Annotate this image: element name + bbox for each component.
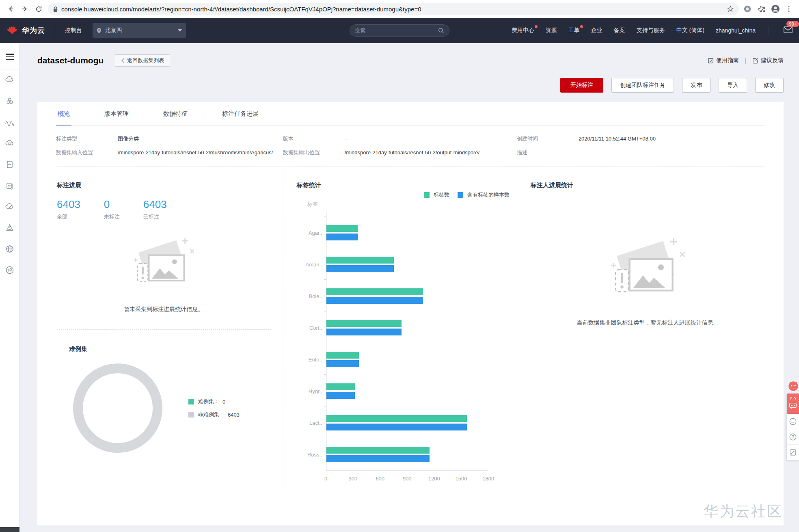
nav-divider [55,26,55,35]
notification-dot [535,25,538,28]
annotator-empty-text: 当前数据集非团队标注类型，暂无标注人进展统计信息。 [531,319,765,327]
brand-name: 华为云 [22,26,45,35]
browser-forward-button[interactable] [18,2,32,16]
publish-button[interactable]: 发布 [682,78,710,93]
console-link[interactable]: 控制台 [65,27,82,34]
nav-item-account[interactable]: zhanghui_china [716,27,756,34]
left-sidebar [0,43,19,532]
import-button[interactable]: 导入 [719,78,747,93]
topnav-right-menu: 费用中心 资源 工单 企业 备案 支持与服务 中文 (简体) zhanghui_… [512,26,793,35]
x-tick-label: 1500 [456,476,467,482]
x-tick-label: 0 [324,476,327,482]
extensions-puzzle-icon[interactable] [757,4,766,13]
assistant-robot-icon[interactable] [788,381,799,392]
nav-item-tickets[interactable]: 工单 [568,27,580,34]
tab-version-management[interactable]: 版本管理 [103,110,130,125]
bar-category-label: Cort.. [296,325,322,331]
tab-overview[interactable]: 概览 [56,110,71,125]
cloud-check-icon[interactable] [5,202,15,212]
huawei-cloud-brand[interactable]: 华为云 [6,25,45,36]
bar [326,392,355,399]
extension-badge-icon[interactable] [743,4,752,13]
sidebar-divider [0,69,19,69]
x-tick-label: 1800 [482,476,494,482]
chat-icon [789,402,797,410]
bar-category-label: Hygr.. [296,388,322,394]
waves-icon[interactable] [5,117,15,127]
dataset-info-grid: 标注类型图像分类 版本-- 创建时间2020/11/11 10:52:44 GM… [56,126,765,167]
cluster-icon[interactable] [5,96,15,106]
bar-category-label: Bole.. [296,293,322,299]
bar-group: Ento.. [326,344,488,375]
messages-badge: 99+ [786,21,799,27]
nav-item-language[interactable]: 中文 (简体) [676,27,704,34]
assistant-secondary-buttons [787,414,799,460]
smiley-icon [789,417,797,426]
help-button[interactable] [787,429,799,445]
main-content: dataset-dumogu 返回数据集列表 使用指南 建议反馈 开始标注 创建… [19,43,799,532]
progress-empty-state: 暂未采集到标注进展统计信息。 [57,235,271,313]
modify-button[interactable]: 修改 [755,78,784,93]
browser-toolbar-right [743,4,795,14]
tab-divider [87,112,87,117]
nav-item-billing[interactable]: 费用中心 [512,27,534,34]
bar-group: Hygr.. [326,375,488,407]
documents-icon[interactable] [5,181,15,190]
region-name: 北京四 [105,27,178,34]
cloud-server-icon[interactable] [5,75,15,85]
page-title: dataset-dumogu [37,56,104,65]
profile-avatar-icon[interactable] [771,4,780,14]
tab-labeling-task-progress[interactable]: 标注任务进展 [220,110,260,125]
bar-group: Bole.. [326,280,488,312]
create-team-labeling-task-button[interactable]: 创建团队标注任务 [611,78,674,93]
ip-icon[interactable] [5,265,15,275]
legend-sample-count: 含有标签的样本数 [458,191,510,199]
search-input[interactable] [355,28,438,34]
hard-examples-donut-chart [73,363,162,453]
back-to-dataset-list-button[interactable]: 返回数据集列表 [115,54,170,67]
legend-hard-examples: 难例集：0 [188,398,240,405]
nav-item-icp[interactable]: 备案 [614,27,625,34]
menu-icon[interactable] [6,52,14,62]
search-icon[interactable] [438,28,444,34]
bar [326,360,359,367]
survey-form-button[interactable] [787,445,799,460]
legend-swatch-gray [188,412,194,417]
start-labeling-button[interactable]: 开始标注 [560,78,603,93]
region-selector[interactable]: 北京四 [93,23,186,38]
cloud-storage-icon[interactable] [5,138,15,148]
browser-menu-dots-icon[interactable] [785,5,793,13]
nav-item-enterprise[interactable]: 企业 [591,27,602,34]
empty-illustration [128,235,199,297]
smiley-feedback-button[interactable] [787,414,799,429]
bar [326,383,355,390]
bookmark-star-icon[interactable] [727,5,734,13]
annotator-progress-section: 标注人进展统计 [517,167,765,484]
tab-data-features[interactable]: 数据特征 [162,110,189,125]
tab-divider [146,112,146,117]
url-bar[interactable]: console.huaweicloud.com/modelarts/?regio… [48,3,739,15]
messages-button[interactable]: 99+ [784,26,793,35]
info-version: 版本-- [283,135,517,143]
globe-icon[interactable] [5,244,15,254]
bar [326,447,430,454]
feedback-link[interactable]: 建议反馈 [752,57,784,64]
label-statistics-title: 标签统计 [297,182,517,189]
chevron-left-icon [121,58,125,63]
bar [326,352,359,359]
nav-item-resources[interactable]: 资源 [546,27,557,34]
tab-divider [205,112,205,117]
document-icon[interactable] [5,160,15,169]
usage-guide-link[interactable]: 使用指南 [708,57,739,64]
section-divider [57,329,271,330]
assistant-chat-button[interactable] [787,394,799,414]
beacon-icon[interactable] [5,223,15,233]
nav-search[interactable] [350,24,449,37]
browser-back-button[interactable] [4,2,18,16]
notification-dot [580,25,583,28]
bar [326,320,402,327]
annotator-progress-title: 标注人进展统计 [531,182,765,189]
nav-item-support[interactable]: 支持与服务 [637,27,665,34]
bar-chart-rows: Agar..Aman..Bole..Cort..Ento..Hygr..Lact… [326,212,488,471]
browser-reload-button[interactable] [32,2,45,16]
